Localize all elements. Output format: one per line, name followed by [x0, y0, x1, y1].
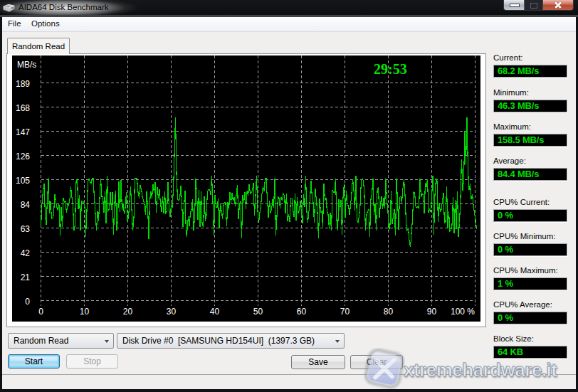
- svg-text:168: 168: [16, 103, 30, 113]
- svg-text:30: 30: [167, 307, 177, 317]
- svg-text:84: 84: [21, 200, 31, 210]
- svg-text:90: 90: [427, 307, 437, 317]
- svg-text:20: 20: [123, 307, 133, 317]
- svg-text:80: 80: [384, 307, 394, 317]
- svg-text:29:53: 29:53: [374, 61, 407, 77]
- svg-text:10: 10: [80, 307, 90, 317]
- svg-text:50: 50: [253, 307, 263, 317]
- svg-text:0: 0: [38, 307, 43, 317]
- svg-text:189: 189: [16, 79, 30, 89]
- svg-text:MB/s: MB/s: [17, 60, 36, 70]
- svg-text:63: 63: [21, 224, 31, 234]
- svg-text:60: 60: [297, 307, 307, 317]
- svg-text:70: 70: [340, 307, 350, 317]
- svg-text:147: 147: [16, 127, 30, 137]
- svg-text:42: 42: [21, 248, 31, 258]
- svg-text:100 %: 100 %: [451, 307, 475, 317]
- svg-text:126: 126: [16, 152, 30, 161]
- svg-text:105: 105: [16, 176, 30, 186]
- svg-text:21: 21: [21, 272, 31, 282]
- svg-text:0: 0: [25, 297, 30, 307]
- svg-text:40: 40: [210, 307, 220, 317]
